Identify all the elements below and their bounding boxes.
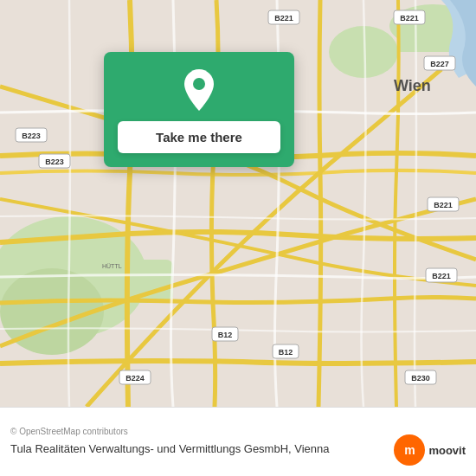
svg-text:B221: B221	[274, 14, 293, 23]
svg-text:HÜTTL: HÜTTL	[102, 263, 122, 269]
svg-text:B227: B227	[430, 60, 449, 68]
svg-text:B223: B223	[45, 158, 64, 166]
svg-text:Wien: Wien	[394, 77, 431, 94]
location-card: Take me there	[104, 52, 294, 167]
svg-text:B221: B221	[400, 14, 419, 23]
svg-text:B221: B221	[434, 201, 453, 209]
moovit-logo: m moovit	[394, 434, 466, 466]
svg-text:B224: B224	[125, 374, 145, 383]
moovit-text: moovit	[428, 444, 466, 457]
svg-text:B230: B230	[411, 374, 430, 383]
location-pin-icon	[182, 69, 216, 111]
svg-text:B12: B12	[218, 331, 233, 339]
svg-text:B12: B12	[279, 348, 293, 357]
svg-text:B221: B221	[432, 272, 451, 280]
moovit-icon: m	[394, 434, 425, 466]
svg-point-31	[193, 78, 205, 90]
place-name: Tula Realitäten Verwaltungs- und Vermitt…	[10, 441, 383, 457]
map-container: B221 B221 B227 B223 B223 B221 B221 B12 B…	[0, 0, 476, 407]
footer: © OpenStreetMap contributors Tula Realit…	[0, 407, 476, 476]
take-me-there-button[interactable]: Take me there	[118, 121, 280, 153]
svg-text:B223: B223	[22, 132, 41, 140]
